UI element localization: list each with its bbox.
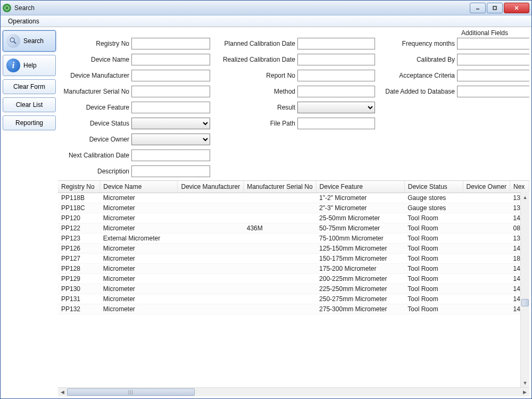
input-manufacturer-serial-no[interactable] [131, 86, 210, 97]
cell-device-name: Micrometer [100, 253, 178, 263]
input-method[interactable] [297, 86, 375, 97]
reporting-button[interactable]: Reporting [3, 115, 56, 130]
table-row[interactable]: PP120Micrometer25-50mm MicrometerTool Ro… [58, 213, 529, 223]
main-panel: Additional Fields Registry No Device Nam… [58, 29, 529, 396]
table-row[interactable]: PP132Micrometer275-300mm MicrometerTool … [58, 304, 529, 314]
cell-device-status: Tool Room [404, 273, 463, 284]
window-title: Search [14, 4, 469, 12]
input-registry-no[interactable] [131, 38, 210, 49]
select-device-owner[interactable] [131, 134, 210, 145]
input-device-manufacturer[interactable] [131, 70, 210, 81]
table-row[interactable]: PP123External Micrometer75-100mm Microme… [58, 233, 529, 243]
input-description[interactable] [131, 165, 210, 177]
cell-device-status: Tool Room [404, 233, 463, 243]
table-row[interactable]: PP130Micrometer225-250mm MicrometerTool … [58, 284, 529, 294]
cell-device-feature: 75-100mm Micrometer [316, 233, 404, 243]
label-next-calibration-date: Next Calibration Date [60, 152, 129, 159]
app-window: Search Operations Search i Help Clear F [0, 0, 532, 399]
search-button-label: Search [23, 37, 44, 45]
clear-list-button[interactable]: Clear List [3, 97, 56, 112]
cell-device-feature: 200-225mm Micrometer [316, 273, 404, 284]
col-header-device-status[interactable]: Device Status [404, 181, 463, 193]
scroll-up-arrow-icon[interactable]: ▲ [521, 193, 529, 202]
clear-list-label: Clear List [16, 101, 43, 109]
input-frequency-months[interactable] [457, 38, 529, 49]
table-row[interactable]: PP127Micrometer150-175mm MicrometerTool … [58, 253, 529, 263]
select-result[interactable] [297, 102, 375, 113]
maximize-button[interactable] [487, 3, 503, 13]
results-table: Registry No Device Name Device Manufactu… [58, 181, 529, 314]
scroll-down-arrow-icon[interactable]: ▼ [521, 378, 529, 387]
col-header-device-manufacturer[interactable]: Device Manufacturer [178, 181, 244, 193]
results-grid[interactable]: Registry No Device Name Device Manufactu… [58, 181, 529, 387]
table-row[interactable]: PP126Micrometer125-150mm MicrometerTool … [58, 243, 529, 253]
label-description: Description [60, 168, 129, 175]
side-button-panel: Search i Help Clear Form Clear List Repo… [3, 29, 56, 396]
vertical-scrollbar[interactable]: ▲ ▼ [520, 193, 529, 387]
table-row[interactable]: PP131Micrometer250-275mm MicrometerTool … [58, 294, 529, 304]
cell-device-status: Tool Room [404, 253, 463, 263]
form-column-1: Registry No Device Name Device Manufactu… [60, 38, 210, 177]
label-calibrated-by: Calibrated By [380, 56, 455, 63]
scroll-right-arrow-icon[interactable]: ▶ [520, 388, 529, 396]
cell-registry-no: PP118C [58, 203, 100, 213]
cell-registry-no: PP131 [58, 294, 100, 304]
input-acceptance-criteria[interactable] [457, 70, 529, 81]
cell-device-name: Micrometer [100, 294, 178, 304]
input-planned-calibration-date[interactable] [297, 38, 375, 49]
cell-device-status: Gauge stores [404, 193, 463, 203]
cell-registry-no: PP120 [58, 213, 100, 223]
input-calibrated-by[interactable] [457, 54, 529, 65]
cell-registry-no: PP128 [58, 263, 100, 273]
table-row[interactable]: PP128Micrometer175-200 MicrometerTool Ro… [58, 263, 529, 273]
table-row[interactable]: PP129Micrometer200-225mm MicrometerTool … [58, 273, 529, 284]
input-date-added-to-database[interactable] [457, 86, 529, 97]
input-report-no[interactable] [297, 70, 375, 81]
input-device-feature[interactable] [131, 102, 210, 113]
close-button[interactable] [504, 3, 529, 13]
clear-form-button[interactable]: Clear Form [3, 79, 56, 94]
vertical-scroll-thumb[interactable] [521, 299, 529, 306]
label-device-name: Device Name [60, 56, 129, 63]
input-realized-calibration-date[interactable] [297, 54, 375, 65]
form-column-3: Frequency months Calibrated By Acceptanc… [380, 38, 529, 177]
cell-device-manufacturer [178, 203, 244, 213]
cell-registry-no: PP132 [58, 304, 100, 314]
table-row[interactable]: PP118BMicrometer1"-2" MicrometerGauge st… [58, 193, 529, 203]
cell-device-manufacturer [178, 253, 244, 263]
horizontal-scroll-thumb[interactable]: ||| [67, 388, 195, 396]
search-icon [6, 34, 20, 48]
select-device-status[interactable] [131, 118, 210, 129]
input-file-path[interactable] [297, 118, 375, 129]
col-header-device-feature[interactable]: Device Feature [316, 181, 404, 193]
cell-device-owner [463, 294, 510, 304]
input-next-calibration-date[interactable] [131, 149, 210, 161]
table-row[interactable]: PP118CMicrometer2"-3" MicrometerGauge st… [58, 203, 529, 213]
col-header-device-name[interactable]: Device Name [100, 181, 178, 193]
cell-device-feature: 25-50mm Micrometer [316, 213, 404, 223]
col-header-device-owner[interactable]: Device Owner [463, 181, 510, 193]
menu-operations[interactable]: Operations [4, 16, 44, 26]
input-device-name[interactable] [131, 54, 210, 65]
cell-device-manufacturer [178, 223, 244, 233]
cell-device-name: Micrometer [100, 223, 178, 233]
cell-device-manufacturer [178, 243, 244, 253]
svg-line-5 [14, 41, 16, 44]
cell-device-owner [463, 243, 510, 253]
col-header-next[interactable]: Nex [510, 181, 529, 193]
cell-device-manufacturer [178, 304, 244, 314]
col-header-registry-no[interactable]: Registry No [58, 181, 100, 193]
cell-device-manufacturer [178, 294, 244, 304]
search-button[interactable]: Search [3, 30, 56, 52]
label-manufacturer-serial-no: Manufacturer Serial No [60, 88, 129, 95]
scroll-left-arrow-icon[interactable]: ◀ [58, 388, 67, 396]
help-button[interactable]: i Help [3, 55, 56, 76]
col-header-manufacturer-serial-no[interactable]: Manufacturer Serial No [244, 181, 316, 193]
horizontal-scrollbar[interactable]: ◀ ||| ▶ [58, 387, 529, 396]
cell-manufacturer-serial-no [244, 304, 316, 314]
minimize-button[interactable] [470, 3, 486, 13]
cell-manufacturer-serial-no [244, 233, 316, 243]
cell-device-feature: 125-150mm Micrometer [316, 243, 404, 253]
table-row[interactable]: PP122Micrometer436M50-75mm MicrometerToo… [58, 223, 529, 233]
cell-device-manufacturer [178, 193, 244, 203]
